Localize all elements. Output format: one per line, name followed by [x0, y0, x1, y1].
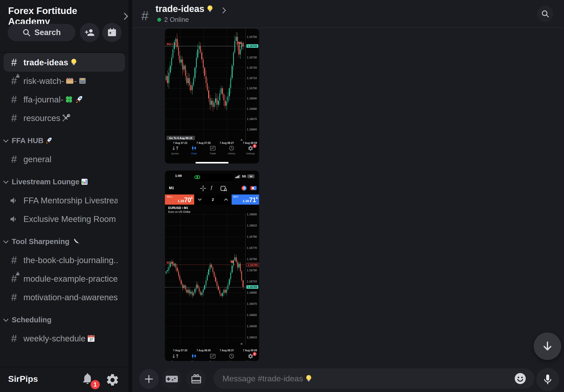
price-tick: 1.16720	[247, 66, 257, 69]
clover-emoji	[65, 95, 73, 104]
candle	[240, 49, 241, 54]
discord-app: Forex Fortitude Academy Search #trade-id…	[0, 0, 564, 392]
message-input[interactable]: Message #trade-ideas	[213, 368, 534, 389]
candle	[186, 289, 187, 293]
channel-module-example-practice[interactable]: #module-example-practice...	[4, 269, 125, 288]
price-tick: 1.16770	[247, 246, 257, 249]
grid-line	[165, 326, 245, 326]
candle	[222, 88, 223, 94]
candle	[204, 68, 205, 76]
grid-line	[180, 29, 180, 140]
candle	[185, 66, 186, 76]
mt-tab-trade: Trade	[203, 145, 222, 155]
candle	[197, 285, 198, 288]
dynamic-island	[191, 173, 235, 182]
bulb-emoji	[304, 374, 313, 383]
channel-search-button[interactable]	[537, 6, 553, 22]
channel-resources[interactable]: #resources	[4, 109, 125, 127]
attachment-chart-screenshot-1[interactable]: 1.167501.167301.167201.167101.167001.166…	[165, 29, 259, 163]
channel-hash-icon: #	[141, 8, 149, 23]
search-icon	[22, 28, 31, 37]
arrow-down-icon	[541, 340, 554, 352]
voice-channel-ffa-mentorship-livestrea[interactable]: FFA Mentorship Livestrea...	[4, 191, 125, 210]
price-tick: 1.16810	[247, 224, 257, 227]
price-tick: 1.16830	[247, 213, 257, 216]
channel-trade-ideas[interactable]: #trade-ideas	[4, 53, 125, 72]
gear-icon	[105, 373, 120, 387]
candle	[177, 267, 177, 271]
grid-line	[165, 225, 245, 226]
tools-emoji	[62, 114, 70, 122]
dividers-emoji	[65, 77, 74, 85]
events-button[interactable]	[102, 23, 122, 42]
channel-ffa-journal[interactable]: #ffa-journal-	[4, 90, 125, 109]
channel-general[interactable]: #general	[4, 150, 125, 169]
user-footer: SirPips 1	[0, 367, 129, 392]
category-scheduling[interactable]: Scheduling	[0, 311, 129, 329]
sell-label: SELL	[167, 195, 173, 198]
add-attachment-button[interactable]	[139, 369, 159, 389]
axis-triangle	[240, 341, 243, 344]
voice-channel-exclusive-meeting-room[interactable]: Exclusive Meeting Room	[4, 210, 125, 228]
channel-weekly-schedule[interactable]: #weekly-schedule17	[4, 329, 125, 348]
notifications-button[interactable]: 1	[81, 372, 96, 387]
volume-stepper: 2	[194, 194, 232, 205]
candle	[221, 88, 221, 93]
candle	[186, 76, 187, 83]
grid-line	[165, 281, 245, 282]
candle	[208, 90, 209, 98]
bulb-emoji	[304, 374, 313, 383]
bulb-emoji	[69, 58, 78, 67]
channel-title[interactable]: trade-ideas	[156, 4, 214, 14]
barchart-emoji	[81, 178, 88, 186]
candle	[208, 269, 209, 275]
channel-the-book-club-journaling[interactable]: #the-book-club-journaling...	[4, 251, 125, 269]
search-button[interactable]: Search	[8, 24, 75, 41]
sell-arrow-marker	[238, 42, 242, 47]
game-activity-button[interactable]	[162, 369, 182, 389]
settings-badge: 2	[253, 352, 257, 356]
scroll-to-bottom-button[interactable]	[534, 333, 561, 360]
emoji-picker-button[interactable]	[514, 372, 527, 385]
username[interactable]: SirPips	[8, 374, 38, 384]
candle	[197, 49, 198, 57]
settings-button[interactable]	[105, 373, 120, 387]
calendar-emoji: 17	[87, 334, 95, 343]
mt-tab-quotes: ↓↑ Quotes	[166, 353, 185, 361]
channel-motivation-and-awarenes[interactable]: #motivation-and-awarenes...	[4, 288, 125, 307]
chat-panel: # trade-ideas 2 Online 1.167501.167301.1…	[132, 0, 564, 392]
history-icon	[222, 145, 241, 151]
battery-icon: 30	[247, 174, 255, 178]
voice-message-button[interactable]	[536, 368, 559, 391]
price-axis	[245, 29, 246, 140]
candle	[207, 83, 208, 90]
goto-button: Go To 6 Aug 06:15	[166, 136, 195, 140]
composer-bar: Message #trade-ideas	[132, 367, 564, 392]
attachment-chart-screenshot-2[interactable]: 1:09 5G 30 M1 f	[165, 171, 259, 361]
candle	[196, 57, 197, 68]
candle	[179, 55, 180, 63]
grid-line	[227, 213, 227, 344]
gift-button[interactable]	[186, 369, 206, 389]
axis-triangle	[240, 138, 243, 141]
category-ffa-hub[interactable]: FFA HUB	[0, 131, 129, 150]
price-tick: 1.16710	[247, 280, 257, 283]
channel-label: Exclusive Meeting Room	[23, 214, 116, 224]
channel-header: # trade-ideas 2 Online	[132, 0, 564, 28]
candle	[238, 264, 239, 267]
sell-arrow-marker	[230, 261, 234, 265]
chevron-right-icon	[222, 7, 226, 14]
chevron-down-icon	[3, 317, 9, 323]
order-price-box: 1.16740	[246, 263, 259, 267]
channel-risk-watch[interactable]: #risk-watch--	[4, 72, 125, 90]
candle	[210, 98, 210, 104]
candle	[199, 46, 200, 49]
category-livestream-lounge[interactable]: Livestream Lounge	[0, 173, 129, 191]
phone-clock: 1:09	[175, 174, 182, 178]
mt-tab-settings: Settings 2	[241, 145, 259, 155]
category-tool-sharpening[interactable]: Tool Sharpening	[0, 232, 129, 251]
symbol-description: Euro vs US Dollar	[168, 210, 190, 213]
channel-label: the-book-club-journaling...	[23, 255, 118, 265]
add-member-button[interactable]	[80, 23, 99, 42]
sell-button: SELL 1.16700	[165, 194, 194, 205]
